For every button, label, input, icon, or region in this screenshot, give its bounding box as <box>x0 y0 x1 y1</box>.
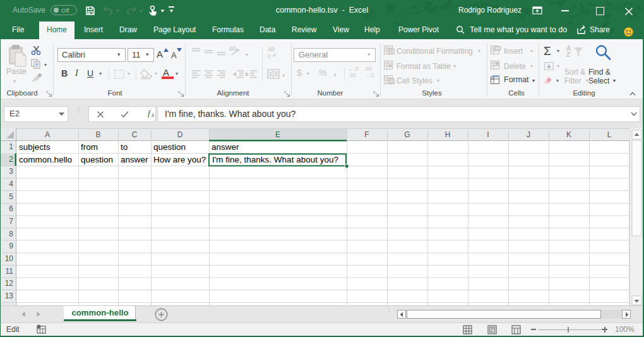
svg-text:c: c <box>268 52 271 59</box>
svg-text:ab: ab <box>268 46 275 52</box>
svg-text:ab: ab <box>229 45 237 52</box>
